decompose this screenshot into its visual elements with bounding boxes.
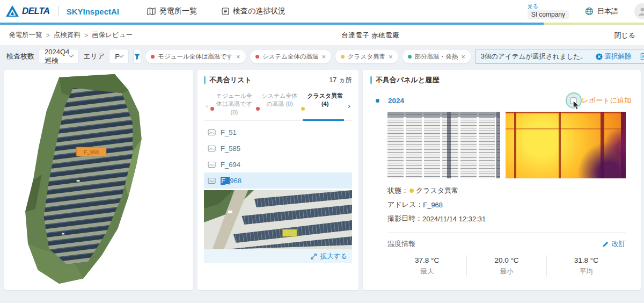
nav-inspection-progress[interactable]: 検査の進捗状況	[222, 6, 286, 16]
filter-chip[interactable]: 部分高温・発熱×	[402, 50, 471, 63]
defect-list-panel: 不具合リスト 17 ヵ所 ‹ モジュール全体は高温です (0)システム全体の高温…	[197, 70, 358, 290]
defect-tabs: ‹ モジュール全体は高温です (0)システム全体の高温 (0)クラスタ異常 (4…	[204, 90, 352, 121]
temperature-value: 37.8 °C	[387, 256, 466, 264]
language-switcher[interactable]: 日本語	[585, 6, 618, 16]
breadcrumb-item[interactable]: 画像レビュー	[92, 31, 133, 40]
chip-label: クラスタ異常	[348, 53, 385, 61]
chip-close-icon[interactable]: ×	[461, 53, 465, 60]
tab-label: モジュール全体は高温です (0)	[216, 92, 252, 116]
inspection-select[interactable]: 2024Q4巡検	[39, 49, 79, 64]
temperature-title: 温度情報	[387, 239, 415, 249]
top-right: 見る SI company 日本語	[528, 3, 644, 19]
edit-button[interactable]: 改訂	[602, 239, 626, 249]
tab-label: クラスタ異常 (4)	[307, 92, 343, 107]
create-report-button[interactable]: レポート作成	[640, 52, 644, 61]
site-title: 台達電子 赤穂電廠	[341, 31, 399, 40]
app-name: SKYInspectAI	[67, 7, 119, 16]
defect-tab[interactable]: クラスタ異常 (4)	[301, 90, 346, 120]
divider	[58, 6, 59, 17]
detail-images	[370, 112, 633, 178]
breadcrumb-separator: >	[46, 32, 50, 39]
panel-rgb-image	[387, 112, 500, 178]
enlarge-label: 拡大する	[320, 252, 347, 261]
defect-tab[interactable]: モジュール全体は高温です (0)	[210, 90, 255, 120]
enlarge-button[interactable]: 拡大する	[204, 249, 352, 263]
temperature-header: 温度情報 改訂	[387, 239, 626, 249]
delta-logo-icon	[5, 5, 19, 18]
tab-status-dot-icon	[256, 107, 260, 111]
company-switcher[interactable]: 見る SI company	[528, 3, 569, 19]
defect-count: 17 ヵ所	[329, 76, 352, 85]
address-label: アドレス	[387, 200, 416, 210]
list-item[interactable]: F_694	[204, 156, 352, 172]
chip-label: モジュール全体は高温です	[158, 53, 233, 61]
filter-chip[interactable]: クラスタ異常×	[335, 50, 398, 63]
detail-title: 不具合パネルと履歴	[376, 75, 439, 85]
chip-label: システム全体の高温	[262, 53, 319, 61]
chip-status-dot-icon	[255, 55, 259, 59]
mouse-cursor-icon	[573, 100, 580, 110]
pencil-icon	[602, 241, 609, 248]
edit-label: 改訂	[612, 239, 626, 249]
image-icon	[208, 129, 216, 136]
brand-text: DELTA	[22, 6, 50, 17]
brand-logo: DELTA	[5, 5, 50, 18]
year-label[interactable]: 2024	[388, 97, 404, 105]
company-name: SI company	[528, 10, 569, 19]
chip-close-icon[interactable]: ×	[389, 53, 393, 60]
nav-plant-list[interactable]: 発電所一覧	[147, 6, 197, 16]
progress-doc-icon	[222, 8, 229, 15]
map-marker-selected-panel[interactable]: F_968	[77, 147, 106, 156]
detail-info: 状態： クラスタ異常 アドレス： F_968 撮影日時： 2024/11/14 …	[370, 186, 633, 223]
nav-label: 検査の進捗状況	[233, 6, 286, 16]
defect-tab[interactable]: システム全体の高温 (0)	[255, 90, 301, 120]
list-item-label: F_968	[221, 177, 241, 185]
clear-selection-button[interactable]: 選択解除	[596, 52, 632, 61]
funnel-icon	[134, 53, 141, 60]
selection-message: 3個のアイテムが選択されました。	[481, 52, 587, 61]
chip-status-dot-icon	[341, 55, 345, 59]
site-orthophoto[interactable]: F_968	[9, 74, 189, 286]
list-item[interactable]: F_51	[204, 124, 352, 140]
datetime-label: 撮影日時	[387, 214, 415, 223]
tabs-prev-arrow[interactable]: ‹	[204, 101, 210, 110]
defect-photo[interactable]	[204, 190, 352, 249]
temperature-label: 平均	[547, 267, 626, 276]
tabs-next-arrow[interactable]: ›	[346, 101, 352, 110]
chip-status-dot-icon	[408, 55, 412, 59]
filter-chip[interactable]: モジュール全体は高温です×	[145, 50, 245, 63]
temperature-value: 31.8 °C	[547, 256, 626, 264]
user-avatar[interactable]	[634, 3, 644, 19]
area-select[interactable]: F	[109, 49, 129, 64]
main-content: F_968 不具合リスト 17 ヵ所 ‹ モジュール全体は高温です (0)システ…	[0, 68, 644, 290]
image-icon	[208, 161, 216, 168]
filter-button[interactable]	[133, 49, 141, 64]
list-item[interactable]: F_968	[204, 172, 352, 189]
temperature-value: 20.0 °C	[467, 256, 546, 264]
map-marker-label: F_968	[84, 149, 99, 155]
chip-close-icon[interactable]: ×	[236, 53, 240, 60]
globe-icon	[585, 7, 594, 16]
chip-close-icon[interactable]: ×	[321, 53, 326, 60]
breadcrumb-item[interactable]: 点検資料	[54, 31, 80, 40]
filter-bar: 検査枚数 2024Q4巡検 エリア F モジュール全体は高温です×システム全体の…	[0, 45, 644, 68]
nav-label: 発電所一覧	[159, 6, 197, 16]
list-item-label: F_694	[221, 161, 240, 169]
status-value: クラスタ異常	[416, 186, 458, 196]
list-item[interactable]: F_585	[204, 140, 352, 156]
language-label: 日本語	[597, 6, 618, 16]
status-line: 状態： クラスタ異常	[387, 186, 633, 196]
breadcrumb-item[interactable]: 発電所一覧	[9, 31, 42, 40]
add-to-report-button[interactable]: レポートに追加	[566, 92, 631, 109]
defect-items-list: F_51F_585F_694F_968	[204, 124, 352, 189]
defect-detail-panel: 不具合パネルと履歴 2024 レポートに追加	[363, 70, 641, 290]
defect-photo-image	[204, 190, 352, 249]
close-button[interactable]: 閉じる	[614, 31, 635, 40]
area-select-value: F	[115, 53, 119, 61]
list-item-label: F_51	[221, 128, 237, 136]
detail-header: 不具合パネルと履歴	[370, 75, 633, 85]
inspection-count-label: 検査枚数	[6, 52, 34, 61]
image-icon	[208, 177, 216, 184]
filter-chip[interactable]: システム全体の高温×	[250, 50, 331, 63]
circle-x-icon	[596, 53, 603, 60]
